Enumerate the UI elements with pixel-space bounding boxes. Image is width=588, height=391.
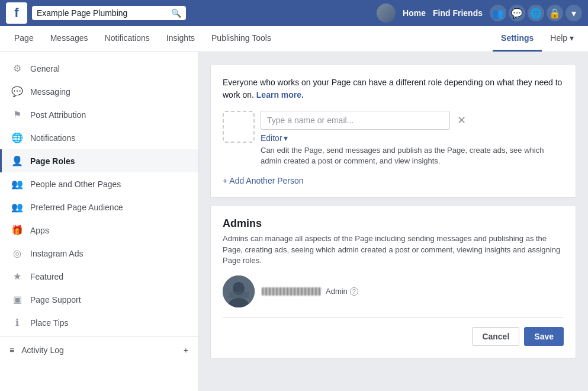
sidebar-item-apps[interactable]: 🎁 Apps <box>0 219 198 242</box>
sidebar-label-activity-log: Activity Log <box>21 345 64 355</box>
info-text: Everyone who works on your Page can have… <box>223 76 564 101</box>
search-bar[interactable]: 🔍 <box>32 6 186 20</box>
admin-avatar-svg <box>223 275 255 307</box>
info-card: Everyone who works on your Page can have… <box>210 64 576 198</box>
admins-card: Admins Admins can manage all aspects of … <box>210 205 576 358</box>
close-button[interactable]: ✕ <box>455 114 468 127</box>
sidebar-item-featured[interactable]: ★ Featured <box>0 265 198 288</box>
tab-help[interactable]: Help ▾ <box>542 26 582 52</box>
audience-icon: 👥 <box>11 201 23 213</box>
sidebar-item-people-pages[interactable]: 👥 People and Other Pages <box>0 172 198 196</box>
tab-publishing-tools[interactable]: Publishing Tools <box>203 26 279 52</box>
cancel-button[interactable]: Cancel <box>472 327 519 346</box>
admin-row: Admin ? <box>223 275 564 307</box>
role-label: Editor <box>261 133 282 143</box>
sidebar-label-post-attribution: Post Attribution <box>30 110 86 120</box>
person-icon: 👤 <box>11 155 23 166</box>
find-friends-link[interactable]: Find Friends <box>433 8 483 18</box>
sidebar-item-general[interactable]: ⚙ General <box>0 57 198 80</box>
svg-rect-3 <box>229 292 249 298</box>
globe-small-icon: 🌐 <box>11 132 23 143</box>
sidebar-item-post-attribution[interactable]: ⚑ Post Attribution <box>0 103 198 126</box>
instagram-icon: ◎ <box>11 248 23 259</box>
sidebar-item-page-support[interactable]: ▣ Page Support <box>0 288 198 311</box>
sidebar-item-instagram-ads[interactable]: ◎ Instagram Ads <box>0 242 198 265</box>
sidebar-item-messaging[interactable]: 💬 Messaging <box>0 80 198 103</box>
admins-description: Admins can manage all aspects of the Pag… <box>223 233 564 266</box>
sidebar-label-place-tips: Place Tips <box>30 318 69 328</box>
sidebar-item-place-tips[interactable]: ℹ Place Tips <box>0 311 198 334</box>
add-another-person-link[interactable]: + Add Another Person <box>223 176 304 185</box>
sidebar-label-featured: Featured <box>30 272 63 281</box>
search-icon: 🔍 <box>171 8 181 18</box>
sidebar-item-activity-log[interactable]: ≡ Activity Log + <box>0 339 198 361</box>
name-email-input[interactable] <box>261 111 450 130</box>
sidebar-item-page-roles[interactable]: 👤 Page Roles <box>0 149 198 172</box>
expand-icon[interactable]: + <box>184 345 188 355</box>
lock-icon[interactable]: 🔒 <box>547 5 563 21</box>
nav-right: Home Find Friends 👥 💬 🌐 🔒 ▾ <box>377 4 582 23</box>
tab-notifications[interactable]: Notifications <box>97 26 158 52</box>
sidebar-label-page-roles: Page Roles <box>30 156 75 166</box>
admin-role: Admin ? <box>326 287 358 296</box>
info-icon: ℹ <box>11 317 23 328</box>
sidebar-item-notifications[interactable]: 🌐 Notifications <box>0 126 198 149</box>
dropdown-icon[interactable]: ▾ <box>565 5 582 21</box>
sidebar-label-people-pages: People and Other Pages <box>30 180 121 189</box>
star-icon: ★ <box>11 271 23 282</box>
sidebar-label-page-support: Page Support <box>30 295 81 305</box>
learn-more-link[interactable]: Learn more. <box>256 90 304 100</box>
role-selector[interactable]: Editor ▾ <box>261 133 564 143</box>
sidebar-divider <box>0 336 198 337</box>
activity-icon: ≡ <box>9 345 14 355</box>
home-link[interactable]: Home <box>403 8 426 18</box>
sidebar-item-preferred-audience[interactable]: 👥 Preferred Page Audience <box>0 196 198 219</box>
main-layout: ⚙ General 💬 Messaging ⚑ Post Attribution… <box>0 52 588 391</box>
role-description: Can edit the Page, send messages and pub… <box>261 145 564 166</box>
tab-insights[interactable]: Insights <box>158 26 203 52</box>
sidebar-label-messaging: Messaging <box>30 87 70 97</box>
sidebar: ⚙ General 💬 Messaging ⚑ Post Attribution… <box>0 52 198 391</box>
sidebar-label-preferred-audience: Preferred Page Audience <box>30 203 123 212</box>
flag-icon: ⚑ <box>11 109 23 120</box>
support-icon: ▣ <box>11 294 23 305</box>
sub-navigation: Page Messages Notifications Insights Pub… <box>0 26 588 52</box>
globe-icon[interactable]: 🌐 <box>528 5 544 21</box>
sidebar-label-general: General <box>30 64 60 73</box>
facebook-logo: f <box>6 2 27 24</box>
apps-icon: 🎁 <box>11 225 23 236</box>
admin-role-label: Admin <box>326 287 348 296</box>
save-button[interactable]: Save <box>524 327 564 346</box>
friends-icon[interactable]: 👥 <box>490 5 506 21</box>
tab-messages[interactable]: Messages <box>42 26 97 52</box>
admins-title: Admins <box>223 217 564 230</box>
messages-icon[interactable]: 💬 <box>509 5 525 21</box>
top-navigation: f 🔍 Home Find Friends 👥 💬 🌐 🔒 ▾ <box>0 0 588 26</box>
main-content: Everyone who works on your Page can have… <box>198 52 588 391</box>
nav-icons: 👥 💬 🌐 🔒 ▾ <box>490 5 582 21</box>
avatar-placeholder <box>223 111 255 143</box>
form-area: ✕ Editor ▾ Can edit the Page, send messa… <box>261 111 564 166</box>
search-input[interactable] <box>37 8 168 18</box>
sidebar-label-notifications: Notifications <box>30 133 75 143</box>
sub-nav-right: Settings Help ▾ <box>493 26 582 52</box>
sidebar-label-instagram-ads: Instagram Ads <box>30 249 83 258</box>
role-dropdown-icon: ▾ <box>284 133 288 143</box>
tab-settings[interactable]: Settings <box>493 26 542 52</box>
action-row: Cancel Save <box>223 317 564 346</box>
sidebar-label-apps: Apps <box>30 226 49 235</box>
admin-info: Admin ? <box>262 287 358 296</box>
people-icon: 👥 <box>11 178 23 190</box>
help-icon[interactable]: ? <box>350 287 358 296</box>
admin-avatar <box>223 275 255 307</box>
avatar[interactable] <box>377 4 396 23</box>
gear-icon: ⚙ <box>11 63 23 74</box>
tab-page[interactable]: Page <box>6 26 42 52</box>
name-email-row: ✕ <box>261 111 564 130</box>
add-person-form: ✕ Editor ▾ Can edit the Page, send messa… <box>223 111 564 166</box>
chat-icon: 💬 <box>11 86 23 97</box>
admin-name <box>262 287 321 296</box>
